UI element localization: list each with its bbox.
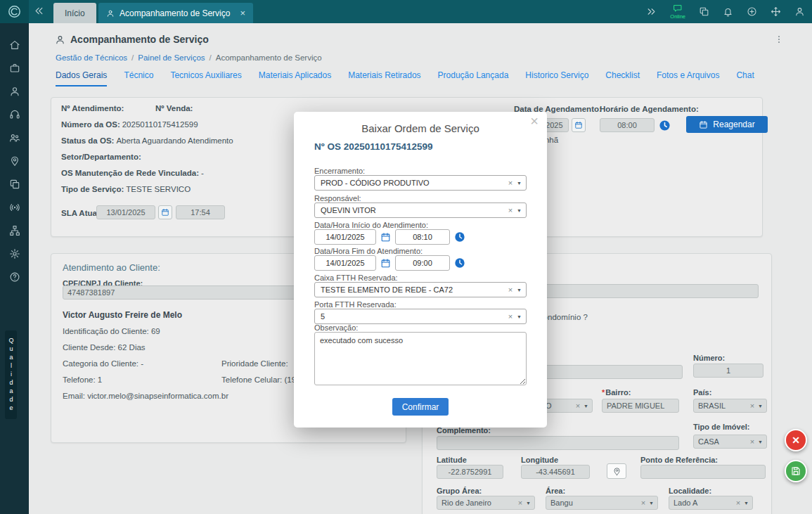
online-status-label: Online: [670, 14, 685, 20]
sidebar-item-clientes[interactable]: [9, 86, 20, 97]
bairro-input[interactable]: PADRE MIGUEL: [602, 399, 679, 413]
clear-icon[interactable]: ×: [518, 499, 522, 507]
tab-dados-gerais[interactable]: Dados Gerais: [56, 70, 107, 86]
map-pin-button[interactable]: [607, 463, 626, 479]
location-pin-icon: [9, 155, 20, 167]
collapse-tabs-button[interactable]: [34, 6, 44, 16]
tab-acompanhamento[interactable]: Acompanhamento de Serviço ×: [98, 3, 253, 23]
pais-select[interactable]: BRASIL × ▼: [693, 399, 767, 413]
topbar-actions: Online: [646, 0, 805, 23]
clock-icon[interactable]: [454, 257, 465, 269]
encerramento-value: PROD - CÓDIGO PRODUTIVO: [321, 179, 504, 187]
user-icon: [55, 34, 65, 45]
sla-time-input[interactable]: 17:54: [176, 205, 225, 219]
clear-icon[interactable]: ×: [750, 438, 754, 446]
grupo-area-value: Rio de Janeiro: [442, 499, 515, 507]
sidebar-item-atendimento[interactable]: [9, 109, 20, 120]
sidebar-item-servicos[interactable]: [9, 63, 20, 74]
fast-forward-icon[interactable]: [646, 6, 657, 17]
ponto-referencia-label: Ponto de Referência:: [640, 456, 718, 464]
responsavel-select[interactable]: QUEVIN VITOR × ▼: [314, 203, 527, 218]
add-circle-icon[interactable]: [747, 6, 757, 17]
caixa-ftth-select[interactable]: TESTE ELEMENTO DE REDE - CA72 × ▼: [314, 282, 527, 297]
tab-tecnicos-auxiliares[interactable]: Tecnicos Auxiliares: [170, 70, 241, 86]
sidebar-item-rede[interactable]: [9, 202, 20, 213]
latitude-input[interactable]: -22.8752991: [437, 465, 503, 479]
clear-icon[interactable]: ×: [508, 179, 513, 187]
reagendar-button[interactable]: Reagendar: [686, 116, 768, 133]
close-tab-icon[interactable]: ×: [240, 8, 245, 18]
complemento-input[interactable]: [437, 436, 679, 450]
sidebar-item-configuracoes[interactable]: [9, 248, 20, 259]
numero-input[interactable]: 1: [693, 364, 763, 378]
tab-fotos-arquivos[interactable]: Fotos e Arquivos: [657, 70, 719, 86]
chat-status-button[interactable]: Online: [670, 4, 685, 20]
area-select[interactable]: Bangu × ▼: [546, 496, 658, 510]
tab-inicio[interactable]: Início: [53, 3, 96, 23]
dropdown-caret-icon: ▼: [517, 181, 522, 186]
clear-icon[interactable]: ×: [508, 286, 513, 294]
encerramento-select[interactable]: PROD - CÓDIGO PRODUTIVO × ▼: [314, 175, 527, 191]
sla-calendar-button[interactable]: [158, 205, 172, 219]
reagendar-label: Reagendar: [713, 120, 754, 129]
save-icon: [790, 465, 801, 477]
duplicate-icon[interactable]: [699, 6, 709, 17]
grupo-area-select[interactable]: Rio de Janeiro × ▼: [437, 496, 535, 510]
tab-tecnico[interactable]: Técnico: [124, 70, 153, 86]
tab-acompanhamento-label: Acompanhamento de Serviço: [120, 8, 230, 18]
clear-icon[interactable]: ×: [750, 402, 754, 410]
sidebar-item-documentos[interactable]: [9, 179, 20, 190]
fim-date-input[interactable]: 14/01/2025: [314, 255, 376, 271]
tab-checklist[interactable]: Checklist: [605, 70, 640, 86]
clear-icon[interactable]: ×: [641, 499, 645, 507]
calendar-icon[interactable]: [380, 232, 391, 243]
tab-materiais-retirados[interactable]: Materiais Retirados: [348, 70, 420, 86]
team-icon: [9, 132, 20, 143]
longitude-input[interactable]: -43.445691: [521, 465, 590, 479]
tab-producao-lancada[interactable]: Produção Lançada: [438, 70, 509, 86]
fim-time-input[interactable]: 09:00: [395, 255, 450, 271]
clock-icon[interactable]: [454, 231, 465, 243]
inicio-row: 14/01/2025 08:10: [314, 229, 465, 245]
sidebar-item-mapa[interactable]: [9, 155, 20, 167]
porta-ftth-label: Porta FTTH Reservada:: [314, 300, 397, 309]
tab-materiais-aplicados[interactable]: Materiais Aplicados: [259, 70, 331, 86]
tab-historico-servico[interactable]: Historico Serviço: [525, 70, 588, 86]
clear-icon[interactable]: ×: [576, 402, 580, 410]
clock-icon[interactable]: [659, 120, 671, 131]
cancel-fab-button[interactable]: ✕: [785, 429, 807, 451]
os-tipo-servico: Tipo de Serviço:TESTE SERVICO: [61, 185, 191, 193]
ponto-referencia-input[interactable]: [640, 465, 766, 479]
observacao-textarea[interactable]: executado com sucesso: [314, 332, 527, 385]
inicio-date-input[interactable]: 14/01/2025: [314, 229, 376, 245]
agendamento-hora-input[interactable]: 08:00: [600, 118, 655, 132]
kebab-menu-icon[interactable]: [774, 34, 784, 44]
porta-ftth-select[interactable]: 5 × ▼: [314, 309, 527, 324]
clear-icon[interactable]: ×: [508, 207, 513, 214]
profile-icon[interactable]: [794, 6, 805, 17]
inicio-time-input[interactable]: 08:10: [395, 229, 450, 245]
calendar-icon[interactable]: [380, 258, 391, 269]
breadcrumb-link[interactable]: Gestão de Técnicos: [56, 53, 127, 62]
calendar-icon: [574, 121, 583, 129]
localidade-select[interactable]: Lado A × ▼: [669, 496, 753, 510]
sla-date-input[interactable]: 13/01/2025: [96, 205, 155, 219]
app-logo[interactable]: [0, 0, 29, 23]
confirmar-button[interactable]: Confirmar: [392, 398, 449, 416]
tipo-imovel-select[interactable]: CASA × ▼: [693, 435, 767, 449]
sidebar-item-topologia[interactable]: [9, 225, 20, 236]
sidebar-item-equipes[interactable]: [9, 132, 20, 143]
agendamento-calendar-button[interactable]: [572, 118, 586, 132]
logo-icon: [7, 4, 22, 19]
sidebar-item-ajuda[interactable]: [9, 271, 20, 283]
clear-icon[interactable]: ×: [508, 313, 513, 321]
notifications-bell-icon[interactable]: [723, 6, 733, 17]
breadcrumb-link[interactable]: Painel de Serviços: [138, 53, 205, 62]
sidebar-item-qualidade[interactable]: Qualidade: [5, 330, 17, 419]
sidebar-item-home[interactable]: [9, 39, 20, 51]
save-fab-button[interactable]: [785, 460, 807, 482]
dropdown-caret-icon: ▼: [744, 501, 749, 506]
move-icon[interactable]: [771, 6, 781, 17]
clear-icon[interactable]: ×: [736, 499, 740, 507]
tab-chat[interactable]: Chat: [736, 70, 754, 86]
